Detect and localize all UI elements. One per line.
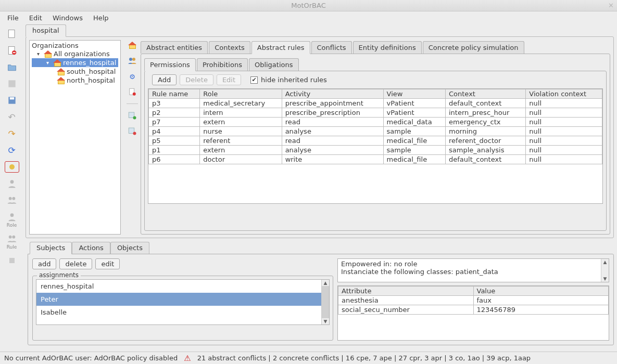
policy-tabstrip: hospital [23,24,617,36]
table-row[interactable]: p1externanalysesamplesample_analysisnull [149,146,602,155]
new-icon[interactable] [5,28,19,40]
tab-subjects[interactable]: Subjects [30,242,72,254]
col-attribute[interactable]: Attribute [338,287,474,296]
org-users-icon[interactable] [126,56,138,66]
table-row[interactable]: p6doctorwritemedical_filedefault_context… [149,155,602,164]
svg-rect-6 [9,97,14,99]
org-gear-icon[interactable]: ⚙ [126,71,138,82]
table-row[interactable]: social_secu_number123456789 [338,305,609,315]
tab-permissions[interactable]: Permissions [144,58,196,71]
delete-subject-button[interactable]: delete [59,258,92,269]
bottom-tabstrip: Subjects Actions Objects [23,241,617,254]
add-rule-button[interactable]: Add [152,74,177,85]
check-icon: ✔ [250,76,258,84]
menu-file[interactable]: File [2,12,24,23]
hide-inherited-checkbox[interactable]: ✔ hide inherited rules [250,76,327,84]
role-icon[interactable] [5,211,19,223]
user-icon[interactable] [5,178,19,189]
org-house-icon[interactable] [126,40,138,50]
svg-point-8 [10,180,14,184]
save-icon[interactable] [5,78,19,89]
edit-rule-button[interactable]: Edit [217,74,241,85]
refresh-icon[interactable]: ⟳ [5,145,19,156]
menu-help[interactable]: Help [88,12,114,23]
tab-obligations[interactable]: Obligations [249,58,299,71]
tab-abstract-entities[interactable]: Abstract entities [141,41,208,54]
edit-subject-button[interactable]: edit [95,258,120,269]
extra-icon[interactable] [5,255,19,266]
assignments-legend: assignments [37,271,81,279]
table-row[interactable]: p5referentreadmedical_filereferent_docto… [149,136,602,146]
scrollbar[interactable]: ▲ ▼ [601,259,609,282]
arrow-down-icon[interactable]: ▼ [603,276,607,281]
add-subject-button[interactable]: add [32,258,56,269]
mid-toolbar: ⚙ [124,37,141,238]
tab-actions[interactable]: Actions [72,242,110,254]
tab-contexts[interactable]: Contexts [209,41,250,54]
table-row[interactable]: anesthesiafaux [338,296,609,305]
table-row[interactable]: p3medical_secretaryprescribe_appointment… [149,99,602,108]
svg-rect-4 [8,80,15,87]
simulate-icon[interactable] [5,161,19,173]
close-icon[interactable]: ✕ [608,2,614,9]
statusbar: No current AdOrBAC user: AdOrBAC policy … [0,352,617,364]
chevron-down-icon[interactable]: ▾ [37,51,42,57]
chevron-down-icon[interactable]: ▾ [46,60,52,66]
svg-point-9 [8,197,11,200]
close-policy-icon[interactable] [5,45,19,56]
table-header[interactable]: Activity [282,89,383,99]
house-icon [57,77,65,84]
tab-abstract-rules[interactable]: Abstract rules [251,41,310,54]
list-item[interactable]: Isabelle [36,306,321,319]
org-tree[interactable]: Organizations ▾ All organizations ▾ renn… [29,40,121,235]
rule-add-icon[interactable] [126,110,138,121]
table-row[interactable]: p7externreadmedical_dataemergency_ctxnul… [149,118,602,127]
tab-hospital[interactable]: hospital [26,24,66,37]
save-as-icon[interactable] [5,95,19,106]
undo-icon[interactable]: ↶ [5,111,19,123]
attributes-table[interactable]: Attribute Value anesthesiafauxsocial_sec… [337,285,609,341]
rule-icon[interactable] [5,233,19,244]
table-header[interactable]: Context [446,89,526,99]
tree-all-orgs[interactable]: ▾ All organizations [32,49,118,58]
table-row[interactable]: p4nurseanalysesamplemorningnull [149,127,602,136]
arrow-down-icon[interactable]: ▼ [324,319,328,324]
tab-simulation[interactable]: Concrete policy simulation [423,41,524,54]
redo-icon[interactable]: ↷ [5,128,19,139]
scrollbar[interactable]: ▲ ▼ [321,280,329,324]
tree-rennes[interactable]: ▾ rennes_hospital [32,58,118,67]
tree-north[interactable]: north_hospital [32,76,118,85]
svg-point-11 [10,213,14,217]
rule-label: Rule [7,244,17,250]
menu-edit[interactable]: Edit [24,12,47,23]
table-header[interactable]: Rule name [149,89,200,99]
list-item[interactable]: Peter [36,293,321,306]
info-box: Empowered in: no role Instanciate the fo… [337,258,609,282]
tab-objects[interactable]: Objects [110,242,149,254]
tree-south[interactable]: south_hospital [32,67,118,76]
table-header[interactable]: Violation context [526,89,602,99]
open-icon[interactable] [5,61,19,73]
tab-conflicts[interactable]: Conflicts [311,41,352,54]
svg-point-15 [129,58,132,61]
org-doc-icon[interactable] [126,87,138,97]
col-value[interactable]: Value [473,287,609,296]
svg-point-18 [133,93,136,96]
arrow-up-icon[interactable]: ▲ [324,280,328,285]
tab-prohibitions[interactable]: Prohibitions [197,58,248,71]
rules-table[interactable]: Rule nameRoleActivityViewContextViolatio… [148,88,603,204]
menu-windows[interactable]: Windows [47,12,88,23]
users-icon[interactable] [5,194,19,206]
assignments-list[interactable]: rennes_hospitalPeterIsabelle ▲ ▼ [36,279,330,325]
delete-rule-button[interactable]: Delete [180,74,213,85]
rule-remove-icon[interactable] [126,126,138,136]
list-item[interactable]: rennes_hospital [36,280,321,293]
table-header[interactable]: View [383,89,445,99]
table-row[interactable]: p2internprescribe_prescriptionvPatientin… [149,108,602,118]
table-header[interactable]: Role [200,89,282,99]
info-line-2: Instanciate the following classes: patie… [341,268,598,276]
scrollbar-thumb[interactable] [322,286,329,318]
svg-rect-14 [9,258,15,263]
tab-entity-definitions[interactable]: Entity definitions [353,41,422,54]
arrow-up-icon[interactable]: ▲ [603,259,607,265]
